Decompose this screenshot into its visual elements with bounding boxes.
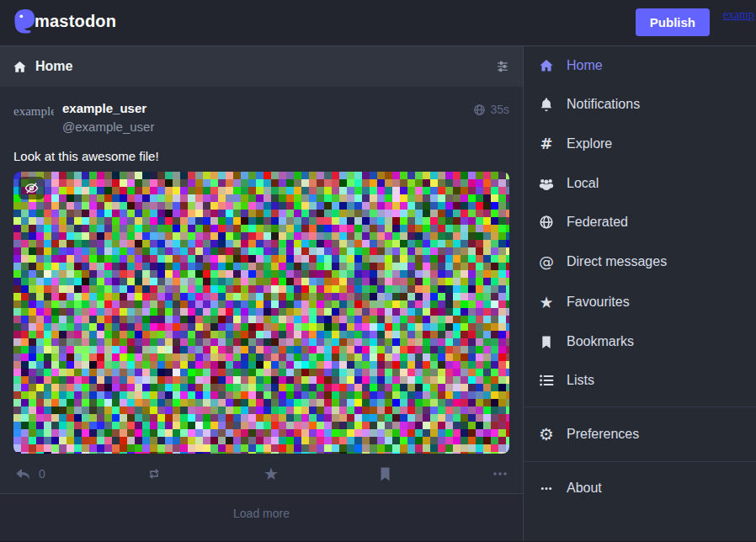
bookmark-icon [379,466,391,481]
hashtag-icon: # [537,136,556,152]
load-more-button[interactable]: Load more [0,493,523,541]
bookmark-icon [537,335,556,349]
display-name[interactable]: example_user [62,101,154,115]
sidebar-item-preferences[interactable]: ⚙Preferences [524,414,756,454]
bookmark-button[interactable] [379,466,391,481]
sidebar-item-label: Lists [567,373,594,388]
navigation-panel: HomeNotifications#ExploreLocalFederated@… [523,46,756,541]
brand-wordmark: mastodon [35,12,116,31]
sidebar-item-notifications[interactable]: Notifications [524,85,756,124]
at-icon: @ [537,253,556,270]
home-timeline-column: Home example example_user @exa [0,46,523,541]
corner-user-link[interactable]: examp [723,8,754,22]
favourite-button[interactable]: ★ [264,465,279,482]
mastodon-logo[interactable]: mastodon [10,5,116,37]
visibility-globe-icon [473,104,486,116]
sidebar-divider [524,406,756,407]
home-icon [537,58,556,73]
timestamp[interactable]: 35s [490,103,509,116]
status-post: example example_user @example_user [0,87,523,454]
sidebar-item-federated[interactable]: Federated [524,203,756,242]
star-icon: ★ [264,465,279,482]
users-icon [537,176,556,191]
home-icon [13,60,27,74]
more-button[interactable] [492,471,508,476]
ellipsis-icon [492,471,508,476]
sidebar-item-label: Favourites [567,295,630,310]
boost-button[interactable] [146,465,162,482]
sidebar-item-label: Local [567,176,599,191]
ellipsis-icon [537,486,556,491]
hide-media-button[interactable] [19,177,45,199]
sidebar-item-label: Preferences [567,427,639,442]
boost-icon [146,465,162,482]
publish-button[interactable]: Publish [636,8,710,36]
sidebar-item-local[interactable]: Local [524,164,756,203]
sidebar-item-label: Notifications [567,97,640,112]
column-settings-sliders-icon[interactable] [495,59,510,74]
star-icon: ★ [537,294,556,311]
sidebar-item-label: Home [567,58,603,73]
status-content: Look at this awesome file! [13,149,509,163]
timeline: example example_user @example_user [0,87,523,541]
sidebar-item-label: About [567,481,602,496]
list-icon [537,374,556,387]
top-bar: mastodon Publish examp [0,0,756,46]
avatar[interactable]: example [13,98,54,137]
sidebar-item-label: Direct messages [567,254,667,269]
sidebar-item-lists[interactable]: Lists [524,361,756,400]
sidebar-item-home[interactable]: Home [524,46,756,85]
media-attachment[interactable] [13,172,509,454]
column-title: Home [35,59,72,74]
sidebar-item-label: Federated [567,215,628,230]
sidebar-item-favourites[interactable]: ★Favourites [524,282,756,322]
status-action-bar: 0 ★ [0,454,523,493]
gear-icon: ⚙ [537,426,556,443]
sidebar-item-bookmarks[interactable]: Bookmarks [524,322,756,361]
sidebar-item-label: Explore [567,136,612,151]
reply-button[interactable]: 0 [15,466,45,482]
account-handle: @example_user [62,120,154,134]
reply-icon [15,466,31,482]
eye-slash-icon [24,181,39,195]
sidebar-item-explore[interactable]: #Explore [524,124,756,164]
sidebar-item-label: Bookmarks [567,334,634,349]
sidebar-item-about[interactable]: About [524,469,756,507]
globe-icon [537,215,556,230]
sidebar-divider [524,461,756,462]
column-header[interactable]: Home [0,46,523,87]
attachment-image[interactable] [13,172,509,454]
bell-icon [537,97,556,112]
reply-count: 0 [39,467,45,481]
sidebar-item-direct-messages[interactable]: @Direct messages [524,242,756,282]
